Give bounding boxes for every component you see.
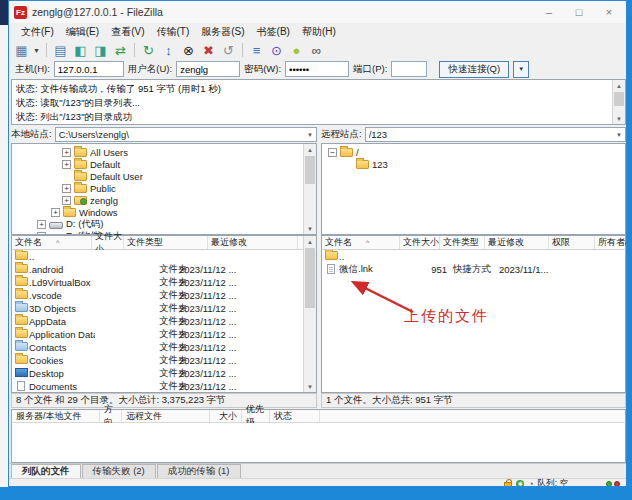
file-row[interactable]: .Ld9VirtualBox文件夹2023/11/12 ... xyxy=(12,276,316,289)
scroll-down-icon[interactable]: ▼ xyxy=(304,381,316,392)
port-input[interactable] xyxy=(391,61,427,77)
collapse-icon[interactable]: − xyxy=(328,148,337,157)
expand-icon[interactable]: + xyxy=(62,196,71,205)
tree-item[interactable]: 123 xyxy=(322,158,625,170)
expand-icon[interactable]: + xyxy=(62,184,71,193)
disconnect-icon[interactable]: ✖ xyxy=(200,42,217,58)
tree-item[interactable]: +D: (代码) xyxy=(12,218,316,230)
column-header-name[interactable]: 文件名^ xyxy=(12,236,92,249)
scroll-down-icon[interactable]: ▼ xyxy=(304,223,316,234)
expand-icon[interactable]: + xyxy=(51,208,60,217)
minimize-button[interactable]: – xyxy=(534,1,564,23)
user-folder-icon xyxy=(74,196,87,205)
toggle-queue-icon[interactable]: ⇄ xyxy=(112,42,129,58)
scroll-up-icon[interactable]: ▲ xyxy=(613,80,625,91)
tab-failed-transfers[interactable]: 传输失败 (2) xyxy=(82,464,156,478)
column-header-size[interactable]: 文件大小 xyxy=(400,236,440,249)
scrollbar-thumb[interactable] xyxy=(305,156,315,184)
quickconnect-button[interactable]: 快速连接(Q) xyxy=(439,61,509,78)
menu-server[interactable]: 服务器(S) xyxy=(195,23,250,41)
site-manager-icon[interactable]: ▦ xyxy=(13,42,30,58)
find-icon[interactable]: ∞ xyxy=(308,42,325,58)
column-header-modified[interactable]: 最近修改 xyxy=(485,236,549,249)
tab-queued-files[interactable]: 列队的文件 xyxy=(11,464,81,478)
tab-successful-transfers[interactable]: 成功的传输 (1) xyxy=(157,464,241,478)
file-row[interactable]: Cookies文件夹2023/11/12 ... xyxy=(12,354,316,367)
menu-view[interactable]: 查看(V) xyxy=(105,23,150,41)
password-input[interactable] xyxy=(285,61,349,77)
scroll-up-icon[interactable]: ▲ xyxy=(304,236,316,247)
column-header-permissions[interactable]: 权限 xyxy=(549,236,595,249)
tree-item[interactable]: +Public xyxy=(12,182,316,194)
column-header-type[interactable]: 文件类型 xyxy=(124,236,208,249)
queue-column-remote-file[interactable]: 远程文件 xyxy=(122,410,210,422)
expand-icon[interactable]: + xyxy=(62,148,71,157)
expand-icon[interactable] xyxy=(344,160,353,169)
scroll-down-icon[interactable]: ▼ xyxy=(613,113,625,124)
file-row[interactable]: .android文件夹2023/11/12 ... xyxy=(12,263,316,276)
expand-icon[interactable] xyxy=(62,172,71,181)
queue-column-size[interactable]: 大小 xyxy=(210,410,242,422)
column-header-owner[interactable]: 所有者/组 xyxy=(595,236,627,249)
column-header-name[interactable]: 文件名^ xyxy=(322,236,400,249)
column-header-type[interactable]: 文件类型 xyxy=(440,236,485,249)
queue-column-status[interactable]: 状态 xyxy=(270,410,320,422)
menu-transfer[interactable]: 传输(T) xyxy=(150,23,195,41)
quickconnect-dropdown-icon[interactable]: ▼ xyxy=(513,61,529,78)
file-row[interactable]: Application Data文件夹2023/11/12 ... xyxy=(12,328,316,341)
sync-browsing-icon[interactable]: ● xyxy=(288,42,305,58)
site-manager-dropdown-icon[interactable]: ▼ xyxy=(33,47,41,54)
toggle-local-tree-icon[interactable]: ◧ xyxy=(72,42,89,58)
tree-item[interactable]: +Windows xyxy=(12,206,316,218)
host-input[interactable] xyxy=(54,61,124,77)
tree-item[interactable]: +zenglg xyxy=(12,194,316,206)
reconnect-icon[interactable]: ↺ xyxy=(220,42,237,58)
file-row[interactable]: Desktop文件夹2023/11/12 ... xyxy=(12,367,316,380)
toggle-remote-tree-icon[interactable]: ◨ xyxy=(92,42,109,58)
process-queue-icon[interactable]: ↕ xyxy=(160,42,177,58)
remote-list-header: 文件名^ 文件大小 文件类型 最近修改 权限 所有者/组 xyxy=(321,235,626,250)
cancel-icon[interactable]: ⊗ xyxy=(180,42,197,58)
refresh-icon[interactable]: ↻ xyxy=(140,42,157,58)
queue-column-priority[interactable]: 优先级 xyxy=(242,410,270,422)
filter-icon[interactable]: ≡ xyxy=(248,42,265,58)
maximize-button[interactable]: □ xyxy=(564,1,594,23)
queue-column-server[interactable]: 服务器/本地文件 xyxy=(12,410,100,422)
title-bar[interactable]: Fz zenglg@127.0.0.1 - FileZilla – □ × xyxy=(9,1,626,23)
queue-column-direction[interactable]: 方向 xyxy=(100,410,122,422)
local-site-combo[interactable]: C:\Users\zenglg\ ▼ xyxy=(55,127,317,142)
tree-item[interactable]: −/ xyxy=(322,146,625,158)
file-row[interactable]: .. xyxy=(12,250,316,263)
menu-help[interactable]: 帮助(H) xyxy=(296,23,342,41)
close-button[interactable]: × xyxy=(594,1,624,23)
compare-icon[interactable]: ⊙ xyxy=(268,42,285,58)
log-scrollbar[interactable]: ▲ ▼ xyxy=(612,80,625,124)
chevron-down-icon[interactable]: ▼ xyxy=(616,132,622,138)
menu-edit[interactable]: 编辑(E) xyxy=(60,23,105,41)
file-row[interactable]: Documents文件夹2023/11/12 ... xyxy=(12,380,316,393)
expand-icon[interactable]: + xyxy=(62,160,71,169)
scroll-up-icon[interactable]: ▲ xyxy=(304,144,316,155)
menu-bookmarks[interactable]: 书签(B) xyxy=(251,23,296,41)
expand-icon[interactable]: + xyxy=(37,220,46,229)
file-row[interactable]: .. xyxy=(322,250,625,263)
file-row[interactable]: .vscode文件夹2023/11/12 ... xyxy=(12,289,316,302)
file-row[interactable]: 微信.lnk951快捷方式2023/11/1... xyxy=(322,263,625,276)
menu-file[interactable]: 文件(F) xyxy=(15,23,60,41)
remote-site-combo[interactable]: /123 ▼ xyxy=(365,127,626,142)
column-header-size[interactable]: 文件大小 xyxy=(92,236,124,249)
scrollbar-thumb[interactable] xyxy=(614,92,624,106)
local-tree-scrollbar[interactable]: ▲ ▼ xyxy=(303,144,316,234)
tree-item[interactable]: +Default xyxy=(12,158,316,170)
toggle-log-icon[interactable]: ▤ xyxy=(52,42,69,58)
file-row[interactable]: AppData文件夹2023/11/12 ... xyxy=(12,315,316,328)
tree-item[interactable]: +All Users xyxy=(12,146,316,158)
chevron-down-icon[interactable]: ▼ xyxy=(307,132,313,138)
file-row[interactable]: 3D Objects文件夹2023/11/12 ... xyxy=(12,302,316,315)
username-input[interactable] xyxy=(176,61,240,77)
scrollbar-thumb[interactable] xyxy=(305,248,315,308)
file-row[interactable]: Contacts文件夹2023/11/12 ... xyxy=(12,341,316,354)
tree-item[interactable]: Default User xyxy=(12,170,316,182)
local-list-scrollbar[interactable]: ▲ ▼ xyxy=(303,236,316,392)
column-header-modified[interactable]: 最近修改 xyxy=(208,236,298,249)
